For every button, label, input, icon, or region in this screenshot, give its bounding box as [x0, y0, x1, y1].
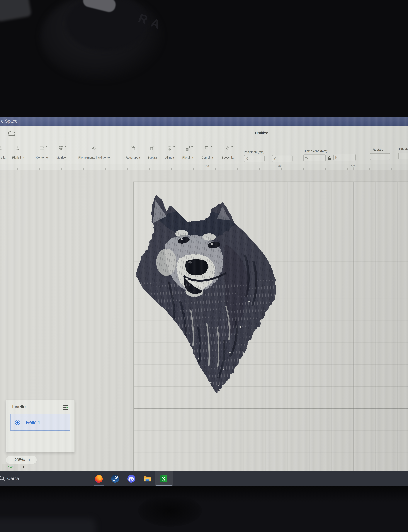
excel-running-indicator	[156, 485, 172, 486]
ungroup-button[interactable]: Separa	[147, 146, 157, 159]
document-title[interactable]: Untitled	[255, 131, 268, 135]
ungroup-label: Separa	[147, 156, 157, 159]
smart-fill-button[interactable]: Riempimento intelligente	[78, 146, 110, 159]
zoom-level: 205%	[15, 458, 25, 462]
layer-radio-icon	[15, 420, 20, 425]
align-button[interactable]: Allinea	[165, 146, 174, 159]
mirror-button[interactable]: Specchia	[222, 146, 233, 159]
redo-button[interactable]: Ripristina	[12, 146, 24, 159]
dog-artwork[interactable]	[134, 191, 279, 395]
file-explorer-icon[interactable]	[143, 474, 152, 483]
monitor-stand-base	[138, 495, 202, 527]
window-titlebar: e Space	[0, 117, 408, 126]
redo-label: Ripristina	[12, 156, 24, 159]
chevron-down-icon	[46, 146, 47, 147]
discord-icon[interactable]	[127, 474, 136, 483]
chevron-down-icon	[173, 146, 175, 147]
app-title: e Space	[1, 118, 17, 124]
room-background-top: RA	[0, 0, 408, 117]
collapse-panel-icon[interactable]	[63, 405, 68, 410]
chevron-down-icon	[211, 146, 212, 147]
search-icon[interactable]	[0, 475, 5, 482]
rotate-label: Ruotare	[373, 148, 383, 151]
width-input[interactable]	[303, 154, 326, 161]
steam-icon[interactable]	[110, 474, 120, 483]
dog-fur-texture-light	[135, 280, 279, 395]
chevron-down-icon	[65, 146, 66, 147]
ungroup-icon	[149, 146, 155, 151]
layers-panel: Livello Livello 1	[6, 400, 75, 452]
contour-label: Contorno	[36, 156, 48, 159]
svg-text:X: X	[162, 476, 165, 482]
room-background-bottom	[0, 486, 408, 532]
layer-item-livello-1[interactable]: Livello 1	[10, 414, 70, 431]
zoom-control: − 205% +	[6, 456, 37, 464]
zoom-in-button[interactable]: +	[28, 457, 31, 462]
group-icon	[130, 146, 136, 151]
desk-surface-glow	[0, 518, 96, 532]
undo-button[interactable]: ulla	[0, 146, 6, 159]
mirror-icon	[225, 146, 230, 151]
monitor-screen: e Space Untitled ulla Ripristina	[0, 117, 408, 486]
group-label: Raggruppa	[126, 156, 140, 159]
layer-item-label: Livello 1	[23, 420, 40, 425]
contour-icon	[39, 146, 45, 151]
combine-icon	[204, 146, 210, 151]
radius-input[interactable]	[398, 153, 408, 160]
group-button[interactable]: Raggruppa	[126, 146, 140, 159]
arrange-button[interactable]: Riordina	[182, 146, 193, 159]
headset-stand	[0, 0, 32, 22]
layers-panel-title: Livello	[12, 404, 26, 409]
zoom-out-button[interactable]: −	[9, 457, 12, 463]
ruler-mark-100: 100	[207, 164, 207, 170]
design-canvas[interactable]: Livello Livello 1 − 205% + T	[0, 170, 408, 482]
horizontal-ruler: 100 200 300	[0, 164, 408, 170]
dimension-label: Dimensione (mm)	[304, 149, 327, 153]
align-label: Allinea	[165, 156, 174, 159]
smart-fill-label: Riempimento intelligente	[78, 156, 110, 159]
undo-icon	[0, 146, 3, 151]
arrange-icon	[185, 146, 190, 151]
combine-label: Combina	[202, 156, 213, 159]
combine-button[interactable]: Combina	[202, 146, 213, 159]
matrix-icon	[58, 146, 64, 151]
x-position-input[interactable]	[244, 155, 264, 162]
arrange-label: Riordina	[182, 156, 193, 159]
ruler-mark-300: 300	[353, 164, 354, 170]
monitor-bottom-bezel	[0, 486, 408, 502]
matrix-button[interactable]: Matrice	[56, 146, 66, 159]
lock-icon[interactable]	[327, 156, 331, 161]
height-input[interactable]	[333, 154, 356, 161]
chevron-down-icon	[231, 146, 233, 147]
windows-taskbar: Cerca	[0, 471, 408, 486]
y-position-input[interactable]	[272, 155, 292, 162]
align-icon	[167, 146, 172, 151]
contour-button[interactable]: Contorno	[36, 146, 48, 159]
firefox-running-indicator	[94, 485, 104, 486]
position-label: Posizione (mm)	[244, 150, 264, 154]
tab-tela1-label: Tela1	[6, 465, 14, 469]
tab-tela1[interactable]: Tela1	[2, 464, 18, 471]
excel-icon[interactable]: X	[159, 474, 168, 483]
mirror-label: Specchia	[222, 156, 233, 159]
radius-label: Raggio	[399, 147, 408, 151]
canvas-tab-bar: Tela1 +	[0, 464, 408, 471]
app-header: Untitled	[0, 126, 408, 144]
redo-icon	[15, 146, 21, 151]
degree-symbol: °	[387, 155, 388, 159]
undo-label: ulla	[1, 156, 5, 159]
cloud-sync-icon[interactable]	[8, 130, 16, 137]
chevron-down-icon	[191, 146, 193, 147]
firefox-icon[interactable]	[94, 474, 103, 483]
taskbar-search-label[interactable]: Cerca	[7, 476, 19, 481]
smart-fill-icon	[91, 146, 97, 151]
ruler-mark-200: 200	[280, 164, 280, 170]
matrix-label: Matrice	[56, 156, 66, 159]
edit-toolbar: ulla Ripristina Contorno	[0, 144, 408, 164]
add-canvas-button[interactable]: +	[22, 464, 25, 470]
